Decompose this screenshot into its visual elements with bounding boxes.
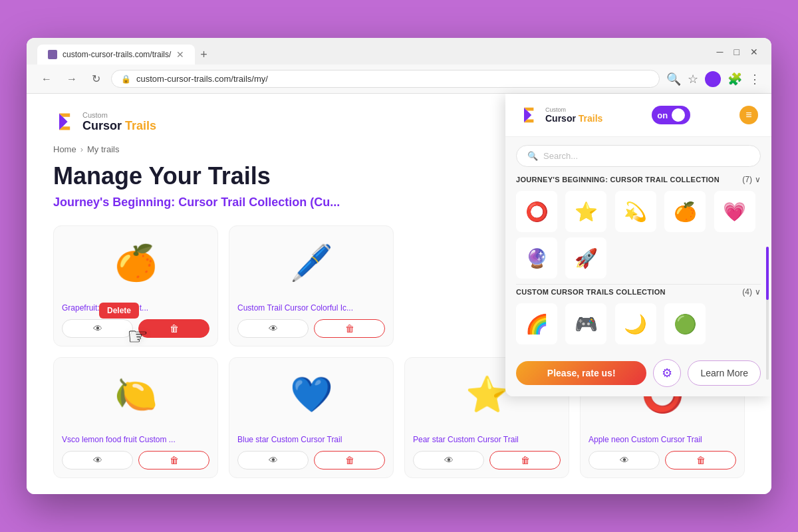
delete-button[interactable]: 🗑 (665, 451, 736, 469)
back-button[interactable]: ← (37, 70, 56, 88)
chevron-down-icon[interactable]: ∨ (755, 175, 761, 184)
delete-button[interactable]: 🗑 (489, 451, 561, 469)
trail-card-actions: 👁 🗑 (54, 446, 217, 477)
popup-items-grid-1b: 🔮 🚀 (516, 237, 761, 279)
popup-item[interactable]: 🎮 (565, 303, 606, 344)
cursor-hand-icon: ☞ (127, 323, 148, 346)
delete-button[interactable]: 🗑 (138, 451, 209, 469)
popup-logo: Custom Cursor Trails (519, 104, 602, 126)
delete-button[interactable]: 🗑 (314, 319, 385, 338)
forward-button[interactable]: → (63, 70, 81, 88)
tab-title: custom-cursor-trails.com/trails/ (63, 50, 171, 59)
tab-close-icon[interactable]: ✕ (176, 49, 184, 60)
star-icon[interactable]: ☆ (688, 72, 698, 86)
browser-titlebar: custom-cursor-trails.com/trails/ ✕ + ─ □… (27, 38, 771, 65)
breadcrumb-home[interactable]: Home (53, 144, 76, 154)
popup-section-header-2: CUSTOM CURSOR TRAILS COLLECTION (4) ∨ (516, 287, 761, 297)
trail-card-image: 💙 (229, 358, 393, 431)
popup-search-placeholder: Search... (543, 151, 578, 161)
logo-text-block: Custom Cursor Trails (82, 111, 156, 133)
toggle-circle (672, 108, 685, 122)
view-button[interactable]: 👁 (589, 451, 660, 469)
delete-button[interactable]: 🗑 (138, 319, 209, 338)
rate-button[interactable]: Please, rate us! (516, 361, 646, 385)
maximize-icon[interactable]: □ (732, 47, 742, 57)
popup-section-title-2: CUSTOM CURSOR TRAILS COLLECTION (516, 288, 666, 296)
trail-card-label: Custom Trail Cursor Colorful Ic... (229, 299, 393, 314)
breadcrumb-current: My trails (87, 144, 119, 154)
tab-favicon (48, 50, 57, 59)
page-content: Custom Cursor Trails 🔍 Try searching «Tr… (27, 94, 771, 494)
breadcrumb-separator: › (80, 144, 83, 154)
trail-card: 💙 Blue star Custom Cursor Trail 👁 🗑 (229, 357, 394, 478)
trail-card-label: Blue star Custom Cursor Trail (229, 431, 393, 446)
view-button[interactable]: 👁 (62, 451, 133, 469)
popup-items-grid-2: 🌈 🎮 🌙 🟢 (516, 303, 761, 344)
popup-section-title-1: JOURNEY'S BEGINNING: CURSOR TRAIL COLLEC… (516, 176, 720, 184)
popup-divider (516, 284, 761, 285)
tab-bar: custom-cursor-trails.com/trails/ ✕ + (37, 45, 706, 65)
popup-section-header-1: JOURNEY'S BEGINNING: CURSOR TRAIL COLLEC… (516, 175, 761, 184)
chevron-down-icon[interactable]: ∨ (755, 287, 761, 297)
popup-item[interactable]: 🟢 (664, 303, 706, 344)
popup-section-count-1: (7) ∨ (742, 175, 761, 184)
window-controls: ─ □ ✕ (714, 47, 761, 63)
popup-item[interactable]: 🚀 (565, 237, 606, 279)
delete-button[interactable]: 🗑 (314, 451, 385, 469)
browser-window: custom-cursor-trails.com/trails/ ✕ + ─ □… (27, 38, 771, 494)
popup-item[interactable]: 💫 (615, 191, 656, 232)
profile-icon[interactable] (705, 71, 721, 87)
popup-panel: Custom Cursor Trails on ≡ 🔍 Search... JO… (505, 94, 771, 396)
toolbar-icons: 🔍 ☆ 🧩 ⋮ (666, 71, 761, 87)
learn-more-button[interactable]: Learn More (688, 360, 761, 386)
new-tab-button[interactable]: + (195, 45, 213, 65)
trail-card-image: 🖊️ (229, 226, 393, 299)
settings-button[interactable]: ⚙ (653, 359, 681, 387)
popup-item[interactable]: 🌈 (516, 303, 557, 344)
popup-search-icon: 🔍 (527, 151, 538, 161)
trail-card-actions: 👁 🗑 (229, 314, 393, 346)
popup-section-1: JOURNEY'S BEGINNING: CURSOR TRAIL COLLEC… (505, 175, 771, 279)
toggle-label: on (657, 110, 668, 120)
popup-item[interactable]: 🍊 (664, 191, 706, 232)
trail-card-image: 🍋 (54, 358, 217, 431)
popup-item[interactable]: 💗 (714, 191, 755, 232)
popup-scrollbar[interactable] (766, 247, 769, 380)
address-bar[interactable]: 🔒 custom-cursor-trails.com/trails/my/ (111, 70, 660, 88)
view-button[interactable]: 👁 (237, 451, 309, 469)
popup-item[interactable]: 🔮 (516, 237, 557, 279)
browser-tab[interactable]: custom-cursor-trails.com/trails/ ✕ (37, 45, 195, 65)
extension-icon[interactable]: 🧩 (728, 72, 742, 86)
trail-card: 🍊 Delete ☞ Grapefruit: a fresh a...t... … (53, 225, 218, 346)
gear-icon: ⚙ (662, 366, 672, 380)
menu-icon[interactable]: ⋮ (749, 72, 761, 86)
trail-card-label: Apple neon Custom Cursor Trail (581, 431, 744, 446)
popup-footer: Please, rate us! ⚙ Learn More (505, 350, 771, 396)
minimize-icon[interactable]: ─ (714, 47, 726, 57)
close-icon[interactable]: ✕ (747, 47, 761, 57)
view-button[interactable]: 👁 (413, 451, 484, 469)
popup-section-count-2: (4) ∨ (742, 287, 761, 297)
delete-tooltip: Delete (99, 303, 139, 319)
popup-item[interactable]: ⭐ (565, 191, 606, 232)
url-text: custom-cursor-trails.com/trails/my/ (136, 74, 268, 84)
site-logo: Custom Cursor Trails (53, 110, 156, 134)
popup-menu-button[interactable]: ≡ (739, 106, 758, 124)
popup-item[interactable]: 🌙 (615, 303, 656, 344)
popup-header: Custom Cursor Trails on ≡ (505, 94, 771, 137)
trail-card: 🖊️ Custom Trail Cursor Colorful Ic... 👁 … (229, 225, 394, 346)
browser-toolbar: ← → ↻ 🔒 custom-cursor-trails.com/trails/… (27, 65, 771, 94)
popup-items-grid-1: ⭕ ⭐ 💫 🍊 💗 (516, 191, 761, 232)
view-button[interactable]: 👁 (62, 319, 133, 338)
reload-button[interactable]: ↻ (88, 70, 104, 88)
popup-item[interactable]: ⭕ (516, 191, 557, 232)
view-button[interactable]: 👁 (237, 319, 309, 338)
popup-logo-text: Custom Cursor Trails (545, 106, 602, 124)
search-icon[interactable]: 🔍 (666, 72, 681, 86)
popup-logo-icon (519, 104, 540, 126)
logo-svg (53, 110, 77, 134)
popup-scrollbar-thumb (766, 247, 769, 300)
popup-search[interactable]: 🔍 Search... (516, 145, 761, 167)
toggle-button[interactable]: on (652, 106, 690, 124)
trail-card: 🍋 Vsco lemon food fruit Custom ... 👁 🗑 (53, 357, 218, 478)
